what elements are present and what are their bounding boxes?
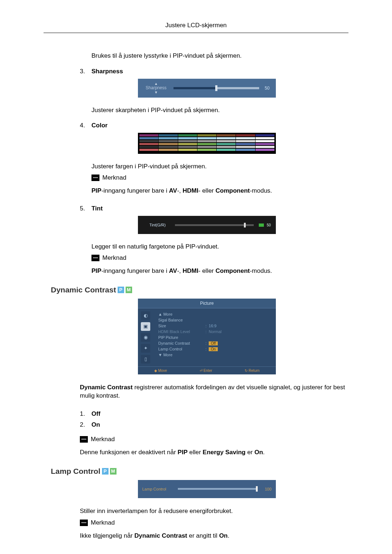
lamp-control-osd-screenshot: Lamp Control 100	[138, 480, 276, 498]
osd-slider-thumb	[256, 486, 258, 492]
intro-text: Brukes til å justere lysstyrke i PIP-vin…	[91, 51, 348, 61]
arrow-down-icon: ▼	[142, 90, 171, 94]
tint-osd-screenshot: Tint(G/R) 50	[138, 216, 276, 234]
item-number: 5.	[80, 205, 91, 212]
dynamic-contrast-osd-screenshot: Picture ◐ ▣ ◉ ✦ ▯ ▲ More Sigal Balance S…	[138, 299, 276, 374]
note-block: Merknad	[80, 436, 348, 443]
osd-menu-footer: ◆ Move ⏎ Enter ↻ Return	[138, 366, 276, 374]
osd-menu-list: ▲ More Sigal Balance Size:16:9 HDMI Blac…	[155, 311, 273, 364]
osd-icon: ◉	[141, 333, 150, 342]
color-note-text: PIP-inngang fungerer bare i AV-, HDMI- e…	[91, 186, 348, 195]
osd-menu-title: Picture	[138, 299, 276, 308]
lamp-desc: Stiller inn inverterlampen for å reduser…	[80, 507, 348, 516]
item-label: Color	[91, 122, 107, 129]
item-number: 3.	[80, 68, 91, 75]
badge-m-icon: M	[126, 287, 132, 293]
option-number: 2.	[80, 421, 91, 428]
option-off: 1. Off	[80, 410, 348, 418]
osd-slider-track	[175, 224, 254, 226]
osd-slider-track	[173, 87, 259, 89]
note-icon	[91, 255, 99, 261]
osd-slider-value: 50	[267, 223, 271, 227]
note-label: Merknad	[102, 174, 126, 181]
color-desc: Justerer fargen i PIP-vinduet på skjerme…	[91, 162, 348, 171]
item-label: Sharpness	[91, 68, 123, 75]
option-label: Off	[91, 410, 101, 418]
option-on: 2. On	[80, 421, 348, 428]
note-icon	[91, 175, 99, 181]
tint-note-text: PIP-inngang fungerer bare i AV-, HDMI- e…	[91, 267, 348, 275]
osd-slider-thumb	[244, 223, 246, 227]
osd-slider-label: Lamp Control	[142, 487, 175, 491]
tint-desc: Legger til en naturlig fargetone på PIP-…	[91, 242, 348, 251]
osd-slider-label: Tint(G/R)	[143, 223, 172, 227]
section-lamp-control: Lamp Control P M	[51, 467, 348, 476]
color-bars-screenshot	[138, 133, 276, 154]
note-icon	[80, 436, 88, 443]
option-number: 1.	[80, 410, 91, 418]
osd-icon-active: ▣	[141, 322, 150, 331]
note-label: Merknad	[91, 436, 115, 443]
note-label: Merknad	[91, 519, 115, 526]
osd-icon: ✦	[141, 344, 150, 353]
osd-icon: ◐	[141, 311, 150, 320]
osd-slider-label: Sharpness	[146, 85, 166, 90]
item-label: Tint	[91, 205, 103, 212]
sharpness-osd-screenshot: ▲ Sharpness ▼ 50	[138, 79, 276, 98]
item-tint: 5. Tint	[80, 205, 348, 212]
osd-menu-icons: ◐ ▣ ◉ ✦ ▯	[141, 311, 152, 364]
osd-slider-track	[178, 488, 258, 490]
item-number: 4.	[80, 122, 91, 129]
item-color: 4. Color	[80, 122, 348, 129]
badge-p-icon: P	[118, 287, 124, 293]
osd-slider-thumb	[215, 85, 217, 91]
badge-m-icon: M	[110, 468, 117, 475]
dynamic-desc: Dynamic Contrast registrerer automatisk …	[80, 383, 348, 401]
dynamic-note-text: Denne funksjonen er deaktivert når PIP e…	[80, 448, 348, 457]
option-label: On	[91, 421, 100, 428]
sharpness-desc: Justerer skarpheten i PIP-vinduet på skj…	[91, 106, 348, 115]
osd-icon: ▯	[141, 355, 150, 364]
note-icon	[80, 520, 88, 526]
page-header: Justere LCD-skjermen	[44, 22, 348, 33]
note-block: Merknad	[80, 519, 348, 526]
item-sharpness: 3. Sharpness	[80, 68, 348, 75]
note-block: Merknad	[91, 254, 348, 262]
osd-slider-value: 50	[262, 86, 272, 91]
note-block: Merknad	[91, 174, 348, 181]
badge-p-icon: P	[102, 468, 109, 475]
osd-slider-value: 100	[261, 487, 271, 491]
lamp-note-text: Ikke tilgjengelig når Dynamic Contrast e…	[80, 532, 348, 540]
green-block-icon	[259, 223, 264, 227]
note-label: Merknad	[102, 254, 126, 262]
section-dynamic-contrast: Dynamic Contrast P M	[51, 286, 348, 294]
